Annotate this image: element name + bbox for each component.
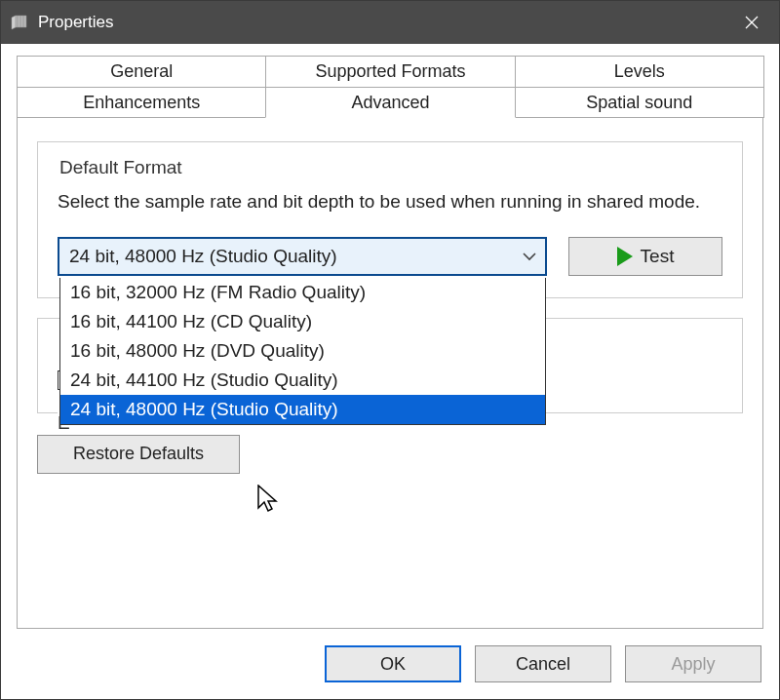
tab-advanced[interactable]: Advanced xyxy=(265,87,515,118)
svg-marker-0 xyxy=(12,16,16,29)
svg-marker-1 xyxy=(16,16,26,27)
titlebar: Properties xyxy=(1,1,779,44)
dropdown-option[interactable]: 16 bit, 48000 Hz (DVD Quality) xyxy=(60,336,545,366)
dropdown-option[interactable]: 16 bit, 32000 Hz (FM Radio Quality) xyxy=(60,278,545,307)
test-button[interactable]: Test xyxy=(568,237,722,276)
tab-strip: General Supported Formats Levels Enhance… xyxy=(17,56,763,118)
window-app-icon xyxy=(11,14,28,31)
window-title: Properties xyxy=(38,13,724,32)
restore-defaults-button[interactable]: Restore Defaults xyxy=(37,435,240,474)
window-close-button[interactable] xyxy=(724,1,779,44)
mouse-cursor-icon xyxy=(257,485,279,518)
chevron-down-icon xyxy=(522,252,537,261)
dialog-button-bar: OK Cancel Apply xyxy=(1,629,779,699)
default-format-group: Default Format Select the sample rate an… xyxy=(37,141,743,298)
apply-button[interactable]: Apply xyxy=(625,645,761,682)
cancel-button[interactable]: Cancel xyxy=(475,645,611,682)
ok-button[interactable]: OK xyxy=(325,645,461,682)
close-icon xyxy=(745,16,759,29)
sample-rate-dropdown-list: 16 bit, 32000 Hz (FM Radio Quality) 16 b… xyxy=(59,278,546,425)
properties-window: Properties General Supported Formats Lev… xyxy=(0,0,780,700)
content-area: General Supported Formats Levels Enhance… xyxy=(1,44,779,629)
tab-row-bottom: Enhancements Advanced Spatial sound xyxy=(17,87,763,118)
tab-panel-advanced: E Default Format Select the sample rate … xyxy=(17,117,763,629)
tab-general[interactable]: General xyxy=(17,56,266,87)
default-format-description: Select the sample rate and bit depth to … xyxy=(58,188,722,215)
tab-row-top: General Supported Formats Levels xyxy=(17,56,763,87)
format-row: 24 bit, 48000 Hz (Studio Quality) 16 bit… xyxy=(58,237,722,276)
test-button-label: Test xyxy=(641,246,675,267)
dropdown-option[interactable]: 24 bit, 44100 Hz (Studio Quality) xyxy=(60,366,545,395)
sample-rate-selected-label: 24 bit, 48000 Hz (Studio Quality) xyxy=(69,246,522,267)
tab-supported-formats[interactable]: Supported Formats xyxy=(265,56,515,87)
default-format-legend: Default Format xyxy=(58,157,188,178)
sample-rate-combobox[interactable]: 24 bit, 48000 Hz (Studio Quality) 16 bit… xyxy=(58,237,547,276)
dropdown-option-selected[interactable]: 24 bit, 48000 Hz (Studio Quality) xyxy=(60,395,545,424)
svg-marker-7 xyxy=(258,486,276,511)
dropdown-option[interactable]: 16 bit, 44100 Hz (CD Quality) xyxy=(60,307,545,336)
tab-spatial-sound[interactable]: Spatial sound xyxy=(515,87,764,118)
play-icon xyxy=(617,247,633,266)
tab-enhancements[interactable]: Enhancements xyxy=(17,87,266,118)
tab-levels[interactable]: Levels xyxy=(515,56,764,87)
